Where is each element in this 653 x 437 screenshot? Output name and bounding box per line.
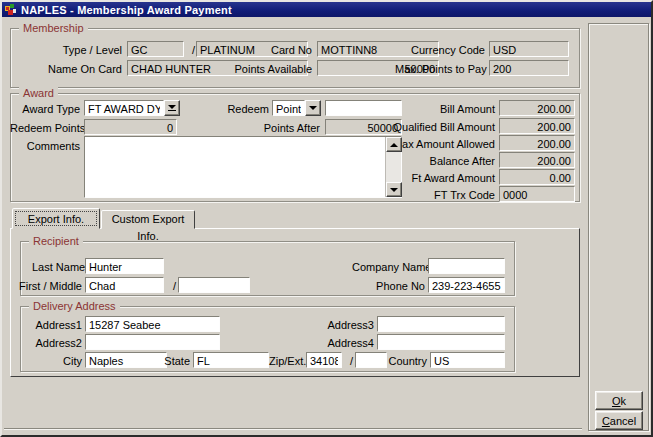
tab-custom-export-info[interactable]: Custom Export Info. [101, 210, 195, 229]
name-on-card-label: Name On Card [32, 62, 122, 76]
bill-amount-label: Bill Amount [387, 102, 495, 116]
max-amount-allowed-field [499, 135, 575, 151]
address1-label: Address1 [32, 318, 82, 332]
points-available-label: Points Available [227, 62, 312, 76]
ok-button[interactable]: Ok [595, 391, 643, 410]
country-label: Country [388, 354, 427, 368]
currency-code-field [489, 41, 569, 57]
poplist-bar-icon [168, 110, 176, 111]
cancel-button[interactable]: Cancel [595, 411, 643, 430]
dropdown-arrow-icon [309, 106, 317, 110]
type-level-label: Type / Level [32, 43, 122, 57]
currency-code-label: Currency Code [402, 43, 485, 57]
max-amount-allowed-label: Max Amount Allowed [387, 137, 495, 151]
content-bottom-divider [4, 428, 582, 430]
window-title: NAPLES - Membership Award Payment [21, 4, 232, 16]
city-field[interactable] [85, 352, 167, 368]
delivery-address-group-title: Delivery Address [29, 299, 120, 313]
up-arrow-icon [390, 143, 398, 147]
recipient-group-title: Recipient [29, 234, 83, 248]
action-panel [588, 23, 649, 431]
ft-award-amount-label: Ft Award Amount [387, 171, 495, 185]
address2-field[interactable] [85, 334, 220, 350]
first-middle-label: First / Middle [16, 279, 82, 293]
ft-trx-code-label: FT Trx Code [387, 188, 495, 202]
first-name-field[interactable] [85, 277, 164, 293]
state-field[interactable] [193, 352, 269, 368]
address4-label: Address4 [324, 336, 374, 350]
membership-group: Membership [10, 28, 580, 88]
app-icon [5, 4, 17, 16]
max-points-to-pay-field [489, 60, 569, 76]
state-label: State [162, 354, 190, 368]
ft-award-amount-field [499, 169, 575, 185]
title-bar: NAPLES - Membership Award Payment [2, 2, 651, 17]
redeem-label: Redeem [224, 102, 269, 116]
last-name-field[interactable] [85, 258, 164, 274]
redeem-combo[interactable] [272, 100, 305, 116]
award-type-combo[interactable] [84, 100, 164, 116]
max-points-to-pay-label: Max. Points to Pay [395, 62, 485, 76]
tab-export-info-label: Export Info. [28, 213, 84, 225]
award-group-title: Award [19, 86, 58, 100]
address2-label: Address2 [32, 336, 82, 350]
comments-text [87, 138, 383, 196]
redeem-dropdown-button[interactable] [305, 100, 321, 116]
first-middle-separator: / [168, 279, 176, 293]
membership-award-payment-window: NAPLES - Membership Award Payment Member… [0, 0, 653, 437]
city-label: City [42, 354, 82, 368]
zip-ext-field[interactable] [355, 352, 387, 368]
phone-no-label: Phone No [365, 279, 425, 293]
address4-field[interactable] [377, 334, 505, 350]
dropdown-arrow-icon [168, 105, 176, 109]
card-no-label: Card No [232, 43, 312, 57]
company-name-field[interactable] [428, 258, 505, 274]
balance-after-label: Balance After [387, 154, 495, 168]
phone-no-field[interactable] [428, 277, 505, 293]
redeem-points-label: Redeem Points [10, 121, 80, 135]
balance-after-field [499, 152, 575, 168]
last-name-label: Last Name [32, 260, 82, 274]
ft-trx-code-field [499, 186, 575, 202]
scroll-up-button[interactable] [386, 137, 402, 152]
redeem-points-field [84, 119, 177, 135]
address1-field[interactable] [85, 316, 220, 332]
type-level-separator: / [187, 43, 195, 57]
comments-label: Comments [20, 139, 80, 153]
zip-field[interactable] [306, 352, 342, 368]
qualified-bill-amount-field [499, 118, 575, 134]
company-name-label: Company Name [352, 260, 425, 274]
qualified-bill-amount-label: Qualified Bill Amount [387, 120, 495, 134]
award-type-dropdown-button[interactable] [164, 100, 180, 116]
cancel-button-label: Cancel [602, 415, 636, 427]
scroll-down-button[interactable] [386, 182, 402, 197]
address3-label: Address3 [324, 318, 374, 332]
member-type-field [127, 41, 184, 57]
membership-group-title: Membership [19, 21, 88, 35]
bill-amount-field [499, 100, 575, 116]
zip-separator: / [345, 354, 353, 368]
award-type-label: Award Type [20, 102, 80, 116]
zip-ext-label: Zip/Ext. [269, 354, 304, 368]
country-field[interactable] [430, 352, 505, 368]
comments-textarea[interactable] [84, 136, 402, 198]
address3-field[interactable] [377, 316, 505, 332]
comments-scrollbar[interactable] [385, 137, 401, 197]
ok-button-label: Ok [612, 395, 626, 407]
tab-export-info[interactable]: Export Info. [12, 208, 100, 229]
down-arrow-icon [390, 188, 398, 192]
middle-name-field[interactable] [178, 277, 250, 293]
points-after-label: Points After [252, 121, 320, 135]
